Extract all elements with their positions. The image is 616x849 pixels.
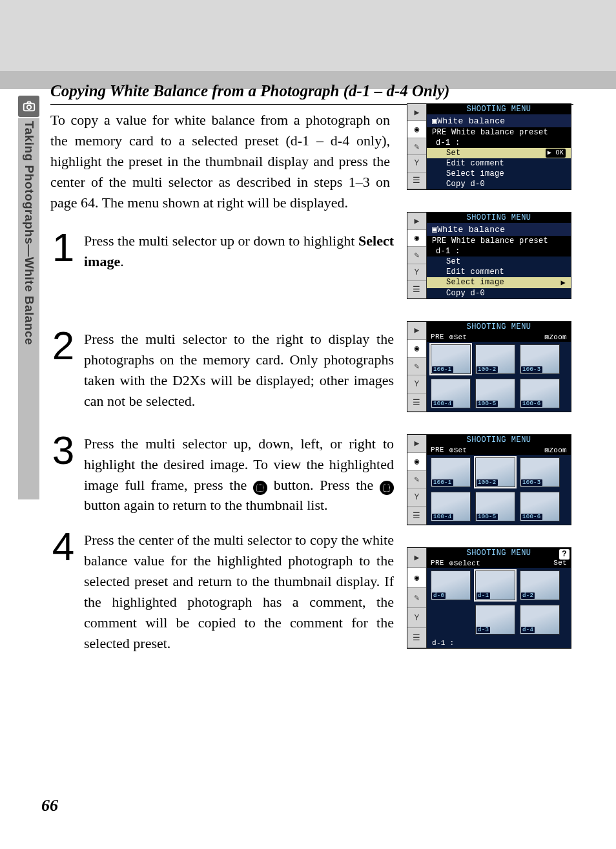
pre-label: PRE	[431, 446, 444, 454]
step-number-4: 4	[50, 530, 76, 653]
sidebar-label: Taking Photographs—White Balance	[22, 118, 36, 345]
step-text-4: Press the center of the multi selector t…	[84, 530, 394, 653]
tab-recent-icon: ☰	[407, 281, 426, 299]
camera-screen-3: ▶ ◉ ✎ Y ☰ SHOOTING MENU PRE⊕Set ⊠Zoom 10…	[407, 321, 571, 412]
ok-badge: ▶ OK	[546, 149, 566, 158]
tab-wrench-icon: Y	[407, 264, 426, 282]
enter-set-hint: Set	[553, 559, 567, 567]
cam-title: SHOOTING MENU	[427, 104, 571, 114]
cam-row-edit: Edit comment	[427, 267, 571, 277]
thumb-label: 100-6	[521, 514, 542, 520]
section-title: Copying White Balance from a Photograph …	[50, 82, 573, 100]
cam-pre-row: PRE White balance preset	[427, 127, 571, 138]
pre-label: PRE	[431, 333, 444, 341]
thumbnail: 100-2	[475, 344, 515, 374]
thumbnail: 100-3	[520, 457, 560, 487]
thumb-header: PRE⊕Set ⊠Zoom	[427, 332, 571, 342]
tab-pencil-icon: ✎	[407, 247, 426, 264]
thumbnail: 100-3	[520, 344, 560, 374]
tab-wrench-icon: Y	[407, 155, 426, 172]
tab-play-icon: ▶	[407, 548, 426, 568]
thumbnail: 100-2	[475, 457, 515, 487]
tab-wrench-icon: Y	[407, 375, 426, 393]
tab-camera-icon: ◉	[407, 340, 426, 358]
pre-label: PRE	[431, 559, 444, 567]
select-hint: ⊕Select	[449, 559, 480, 567]
step1-pre: Press the multi selector up or down to h…	[84, 233, 358, 249]
camera-icon	[18, 96, 39, 117]
preset-thumb: d-0	[431, 571, 471, 600]
thumbnail: 100-1	[431, 344, 471, 374]
tab-pencil-icon: ✎	[407, 138, 426, 155]
thumbnail: 100-4	[431, 492, 471, 521]
thumb-header: PRE⊕Select Set	[427, 558, 571, 568]
sidebar: Taking Photographs—White Balance	[18, 96, 41, 509]
camera-screen-2: ▶ ◉ ✎ Y ☰ SHOOTING MENU ▣White balance P…	[407, 212, 571, 299]
step-text-2: Press the multi selector to the right to…	[84, 329, 394, 412]
thumb-label: d-1	[477, 592, 490, 599]
cam-wb-row: ▣White balance	[427, 114, 571, 127]
tab-play-icon: ▶	[407, 213, 426, 230]
intro-paragraph: To copy a value for white balance from a…	[50, 110, 390, 213]
cam-row-copy: Copy d-0	[427, 288, 571, 299]
tab-pencil-icon: ✎	[407, 471, 426, 489]
cam-d1-row: d-1 :	[427, 246, 571, 257]
cam-set-label: Set	[446, 149, 461, 158]
thumb-label: d-0	[432, 592, 446, 599]
thumbnail: 100-5	[475, 379, 515, 408]
thumb-label: 100-2	[477, 479, 498, 486]
thumb-label: 100-1	[432, 479, 453, 486]
sidebar-tab: Taking Photographs—White Balance	[18, 118, 39, 499]
thumb-label: d-2	[521, 592, 535, 599]
zoom-icon	[253, 481, 267, 495]
tab-camera-icon: ◉	[407, 568, 426, 588]
zoom-icon	[380, 481, 394, 495]
set-hint: ⊕Set	[449, 446, 467, 454]
cam-row-edit: Edit comment	[427, 158, 571, 169]
page-number: 66	[41, 796, 58, 815]
svg-point-1	[26, 105, 30, 109]
thumb-label: d-4	[521, 627, 535, 633]
thumb-label: 100-1	[432, 366, 453, 373]
thumb-label: 100-4	[432, 401, 453, 407]
thumbnail: 100-1	[431, 457, 471, 487]
cam-row-copy: Copy d-0	[427, 179, 571, 189]
step-text-3: Press the multi selector up, down, left,…	[84, 434, 394, 516]
tab-play-icon: ▶	[407, 104, 426, 121]
set-hint: ⊕Set	[449, 333, 467, 341]
tab-recent-icon: ☰	[407, 393, 426, 412]
thumb-label: 100-3	[521, 366, 542, 373]
cam-title: SHOOTING MENU	[427, 213, 571, 223]
tab-wrench-icon: Y	[407, 488, 426, 507]
tab-play-icon: ▶	[407, 322, 426, 340]
tab-recent-icon: ☰	[407, 628, 426, 648]
step-number-2: 2	[50, 329, 76, 412]
thumbnail: 100-5	[475, 492, 515, 521]
tab-camera-icon: ◉	[407, 230, 426, 247]
thumb-label: 100-3	[521, 479, 542, 486]
thumb-label: 100-5	[477, 514, 498, 520]
thumbnail: 100-6	[520, 379, 560, 408]
cam-select-label: Select image	[446, 278, 504, 288]
step1-post: .	[120, 253, 124, 269]
tab-recent-icon: ☰	[407, 507, 426, 525]
thumb-label: 100-2	[477, 366, 498, 373]
cam-row-select: Select image▶	[427, 277, 571, 288]
help-icon: ?	[559, 549, 570, 560]
tab-camera-icon: ◉	[407, 453, 426, 471]
thumb-label: 100-5	[477, 401, 498, 407]
cam-title: SHOOTING MENU	[427, 548, 571, 558]
screenshot-rail: ▶ ◉ ✎ Y ☰ SHOOTING MENU ▣White balance P…	[407, 103, 571, 671]
top-grey-bar	[0, 0, 616, 71]
thumb-header: PRE⊕Set ⊠Zoom	[427, 445, 571, 455]
preset-thumb: d-4	[520, 605, 560, 634]
thumb-label: 100-6	[521, 401, 542, 407]
camera-screen-5: ▶ ◉ ✎ Y ☰ SHOOTING MENU ? PRE⊕Select Set…	[407, 547, 571, 649]
arrow-icon: ▶	[560, 278, 566, 288]
cam-d1-row: d-1 :	[427, 138, 571, 148]
cam-wb-label: White balance	[437, 116, 505, 126]
cam-pre-row: PRE White balance preset	[427, 236, 571, 246]
preset-thumb: d-1	[475, 571, 515, 600]
cam-row-set: Set	[427, 257, 571, 267]
cam-title: SHOOTING MENU	[427, 435, 571, 445]
